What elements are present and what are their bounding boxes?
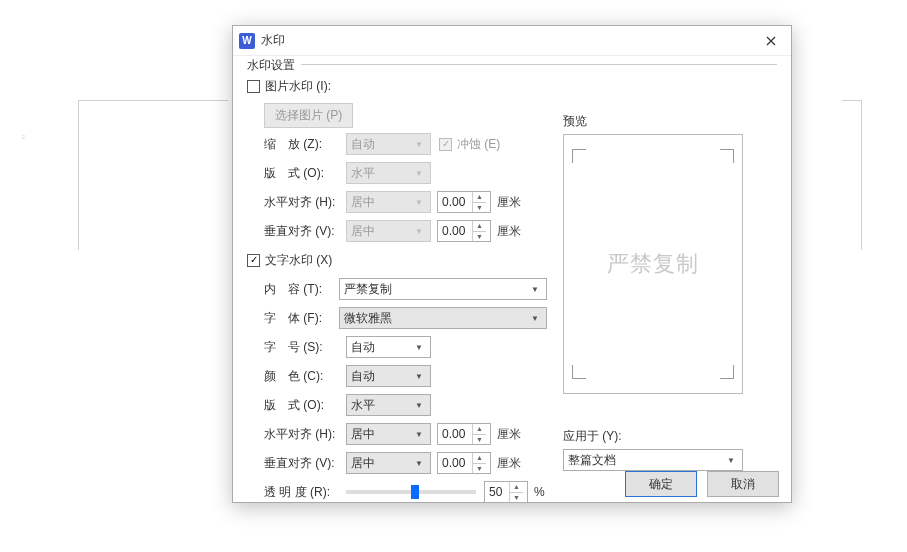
preview-box: 严禁复制 <box>563 134 743 394</box>
opacity-label: 透 明 度 (R): <box>264 484 346 501</box>
opacity-unit: % <box>534 485 545 499</box>
image-valign-combo[interactable]: 居中 <box>346 220 431 242</box>
image-watermark-label: 图片水印 (I): <box>265 78 331 95</box>
text-size-label: 字 号 (S): <box>264 339 346 356</box>
washout-checkbox[interactable] <box>439 138 452 151</box>
fieldset-legend: 水印设置 <box>247 57 301 74</box>
preview-corner-tr <box>720 149 734 163</box>
text-layout-combo[interactable]: 水平 <box>346 394 431 416</box>
image-scale-combo[interactable]: 自动 <box>346 133 431 155</box>
text-valign-unit: 厘米 <box>497 455 521 472</box>
preview-watermark-text: 严禁复制 <box>607 249 699 279</box>
text-content-combo[interactable]: 严禁复制 <box>339 278 547 300</box>
apply-to-label: 应用于 (Y): <box>563 428 777 445</box>
opacity-thumb[interactable] <box>411 485 419 499</box>
close-icon <box>766 36 776 46</box>
opacity-num[interactable]: 50▲▼ <box>484 481 528 503</box>
image-valign-label: 垂直对齐 (V): <box>264 223 346 240</box>
text-valign-combo[interactable]: 居中 <box>346 452 431 474</box>
text-font-combo[interactable]: 微软雅黑 <box>339 307 547 329</box>
select-image-button[interactable]: 选择图片 (P) <box>264 103 353 128</box>
settings-fieldset: 水印设置 图片水印 (I): 选择图片 (P) 缩 放 (Z): 自动 <box>247 64 777 508</box>
text-layout-label: 版 式 (O): <box>264 397 346 414</box>
image-halign-label: 水平对齐 (H): <box>264 194 346 211</box>
text-color-combo[interactable]: 自动 <box>346 365 431 387</box>
preview-corner-bl <box>572 365 586 379</box>
preview-corner-br <box>720 365 734 379</box>
text-watermark-label: 文字水印 (X) <box>265 252 332 269</box>
preview-corner-tl <box>572 149 586 163</box>
text-size-combo[interactable]: 自动 <box>346 336 431 358</box>
image-watermark-checkbox[interactable] <box>247 80 260 93</box>
image-halign-combo[interactable]: 居中 <box>346 191 431 213</box>
text-halign-num[interactable]: 0.00▲▼ <box>437 423 491 445</box>
image-valign-unit: 厘米 <box>497 223 521 240</box>
text-content-label: 内 容 (T): <box>264 281 339 298</box>
image-valign-num[interactable]: 0.00▲▼ <box>437 220 491 242</box>
text-valign-num[interactable]: 0.00▲▼ <box>437 452 491 474</box>
text-font-label: 字 体 (F): <box>264 310 339 327</box>
dialog-title: 水印 <box>261 32 751 49</box>
text-halign-label: 水平对齐 (H): <box>264 426 346 443</box>
text-valign-label: 垂直对齐 (V): <box>264 455 346 472</box>
opacity-slider[interactable] <box>346 490 476 494</box>
doc-drag-handle: ⠿ <box>22 135 27 140</box>
text-color-label: 颜 色 (C): <box>264 368 346 385</box>
text-halign-combo[interactable]: 居中 <box>346 423 431 445</box>
apply-to-combo[interactable]: 整篇文档 <box>563 449 743 471</box>
image-scale-label: 缩 放 (Z): <box>264 136 346 153</box>
app-icon: W <box>239 33 255 49</box>
text-halign-unit: 厘米 <box>497 426 521 443</box>
image-layout-combo[interactable]: 水平 <box>346 162 431 184</box>
background-doc-right <box>842 100 862 250</box>
watermark-dialog: W 水印 水印设置 图片水印 (I): 选择图片 (P) <box>232 25 792 503</box>
image-layout-label: 版 式 (O): <box>264 165 346 182</box>
text-watermark-checkbox[interactable] <box>247 254 260 267</box>
washout-label: 冲蚀 (E) <box>457 136 500 153</box>
preview-title: 预览 <box>563 113 777 130</box>
image-halign-num[interactable]: 0.00▲▼ <box>437 191 491 213</box>
background-doc-left <box>78 100 228 250</box>
titlebar: W 水印 <box>233 26 791 56</box>
close-button[interactable] <box>751 26 791 56</box>
image-halign-unit: 厘米 <box>497 194 521 211</box>
